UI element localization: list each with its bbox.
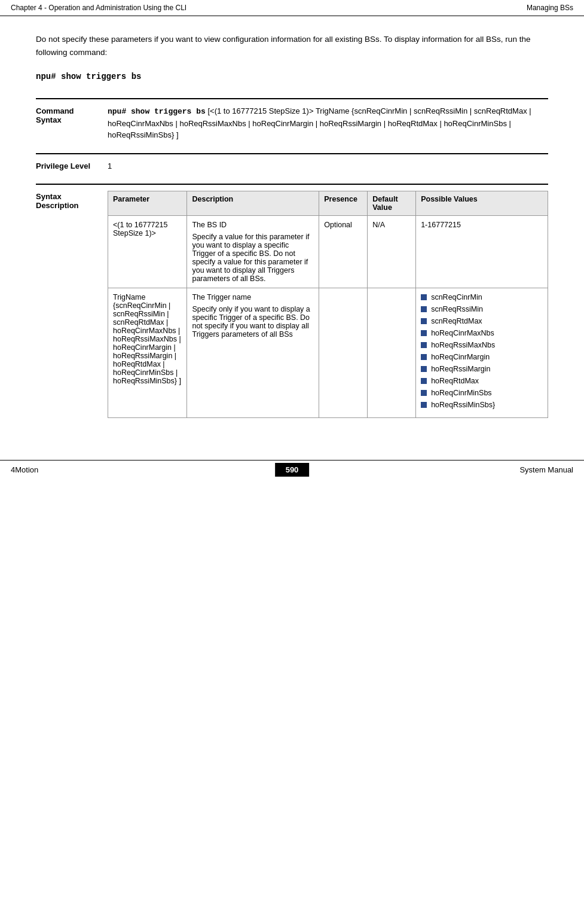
list-item-label: hoReqRtdMax bbox=[431, 377, 479, 385]
header-right: Managing BSs bbox=[527, 4, 573, 12]
list-item-label: hoReqRssiMinSbs} bbox=[431, 401, 495, 409]
list-item-label: scnReqRssiMin bbox=[431, 305, 483, 313]
desc-cell-2: The Trigger name Specify only if you wan… bbox=[187, 288, 319, 418]
command-syntax-content: npu# show triggers bs [<(1 to 16777215 S… bbox=[108, 105, 548, 141]
bullet-icon bbox=[421, 342, 427, 348]
th-presence: Presence bbox=[319, 191, 368, 216]
desc-title-1: The BS ID bbox=[192, 221, 314, 229]
list-item-label: scnReqRtdMax bbox=[431, 317, 482, 325]
privilege-value: 1 bbox=[108, 160, 548, 172]
list-item: hoReqRtdMax bbox=[421, 377, 543, 385]
footer-right: System Manual bbox=[519, 465, 573, 474]
bullet-icon bbox=[421, 294, 427, 300]
list-item-label: hoReqCinrMinSbs bbox=[431, 389, 491, 397]
list-item: hoReqRssiMargin bbox=[421, 365, 543, 373]
main-content: Do not specify these parameters if you w… bbox=[0, 16, 584, 442]
param-cell-1: <(1 to 16777215 StepSize 1)> bbox=[108, 216, 187, 288]
privilege-section: Privilege Level 1 bbox=[36, 153, 548, 172]
command-syntax-section: Command Syntax npu# show triggers bs [<(… bbox=[36, 98, 548, 141]
desc-body-2: Specify only if you want to display a sp… bbox=[192, 305, 314, 339]
footer-left: 4Motion bbox=[11, 465, 38, 474]
syntax-description-label: Syntax Description bbox=[36, 191, 108, 418]
list-item: hoReqRssiMaxNbs bbox=[421, 341, 543, 349]
list-item: scnReqRssiMin bbox=[421, 305, 543, 313]
bullet-icon bbox=[421, 402, 427, 408]
intro-text: Do not specify these parameters if you w… bbox=[36, 33, 548, 59]
bullet-icon bbox=[421, 378, 427, 384]
default-cell-2 bbox=[368, 288, 416, 418]
syntax-description-content: Parameter Description Presence Default V… bbox=[108, 191, 548, 418]
bullet-icon bbox=[421, 366, 427, 372]
privilege-label: Privilege Level bbox=[36, 160, 108, 172]
presence-cell-1: Optional bbox=[319, 216, 368, 288]
possible-cell-1: 1-16777215 bbox=[416, 216, 548, 288]
page-header: Chapter 4 - Operation and Administration… bbox=[0, 0, 584, 16]
th-possible-values: Possible Values bbox=[416, 191, 548, 216]
desc-title-2: The Trigger name bbox=[192, 293, 314, 301]
page-footer: 4Motion 590 System Manual bbox=[0, 460, 584, 479]
list-item: hoReqRssiMinSbs} bbox=[421, 401, 543, 409]
list-item: hoReqCinrMinSbs bbox=[421, 389, 543, 397]
list-item: hoReqCinrMaxNbs bbox=[421, 329, 543, 337]
syntax-description-section: Syntax Description Parameter Description… bbox=[36, 184, 548, 418]
list-item: scnReqCinrMin bbox=[421, 293, 543, 301]
possible-cell-2: scnReqCinrMin scnReqRssiMin scnReqRtdMax… bbox=[416, 288, 548, 418]
list-item: hoReqCinrMargin bbox=[421, 353, 543, 361]
th-default-value: Default Value bbox=[368, 191, 416, 216]
th-description: Description bbox=[187, 191, 319, 216]
list-item-label: hoReqCinrMargin bbox=[431, 353, 490, 361]
command-syntax-bold: npu# show triggers bs bbox=[108, 107, 206, 116]
bullet-icon bbox=[421, 318, 427, 324]
params-table: Parameter Description Presence Default V… bbox=[108, 191, 548, 418]
possible-values-list: scnReqCinrMin scnReqRssiMin scnReqRtdMax… bbox=[421, 293, 543, 409]
default-cell-1: N/A bbox=[368, 216, 416, 288]
bullet-icon bbox=[421, 330, 427, 336]
command-syntax-label: Command Syntax bbox=[36, 105, 108, 141]
list-item: scnReqRtdMax bbox=[421, 317, 543, 325]
bullet-icon bbox=[421, 306, 427, 312]
table-header-row: Parameter Description Presence Default V… bbox=[108, 191, 548, 216]
desc-cell-1: The BS ID Specify a value for this param… bbox=[187, 216, 319, 288]
footer-page-number: 590 bbox=[275, 463, 310, 477]
list-item-label: hoReqRssiMaxNbs bbox=[431, 341, 495, 349]
bullet-icon bbox=[421, 390, 427, 396]
th-parameter: Parameter bbox=[108, 191, 187, 216]
desc-body-1: Specify a value for this parameter if yo… bbox=[192, 233, 314, 283]
presence-cell-2 bbox=[319, 288, 368, 418]
bullet-icon bbox=[421, 354, 427, 360]
param-cell-2: TrigName {scnReqCinrMin | scnReqRssiMin … bbox=[108, 288, 187, 418]
list-item-label: hoReqRssiMargin bbox=[431, 365, 490, 373]
list-item-label: scnReqCinrMin bbox=[431, 293, 482, 301]
table-row: <(1 to 16777215 StepSize 1)> The BS ID S… bbox=[108, 216, 548, 288]
intro-command: npu# show triggers bs bbox=[36, 72, 548, 81]
table-row: TrigName {scnReqCinrMin | scnReqRssiMin … bbox=[108, 288, 548, 418]
list-item-label: hoReqCinrMaxNbs bbox=[431, 329, 494, 337]
header-left: Chapter 4 - Operation and Administration… bbox=[11, 4, 186, 12]
